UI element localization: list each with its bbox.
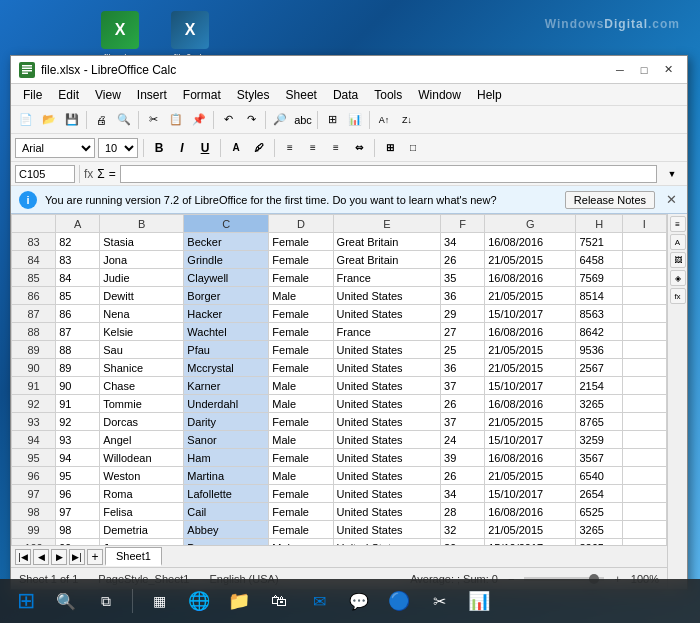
spell-btn[interactable]: abc — [292, 109, 314, 131]
col-header-a[interactable]: A — [56, 215, 100, 233]
cell-h[interactable]: 3265 — [576, 395, 622, 413]
row-header[interactable]: 90 — [12, 359, 56, 377]
taskbar-snip[interactable]: ✂ — [421, 583, 457, 619]
cell-i[interactable] — [622, 323, 666, 341]
cell-i[interactable] — [622, 521, 666, 539]
row-header[interactable]: 98 — [12, 503, 56, 521]
menu-format[interactable]: Format — [175, 86, 229, 104]
cell-i[interactable] — [622, 449, 666, 467]
cell-i[interactable] — [622, 377, 666, 395]
cell-b[interactable]: Angel — [100, 431, 184, 449]
cell-b[interactable]: Dewitt — [100, 287, 184, 305]
right-panel-functions-btn[interactable]: fx — [670, 288, 686, 304]
release-notes-button[interactable]: Release Notes — [565, 191, 655, 209]
row-header[interactable]: 93 — [12, 413, 56, 431]
save-btn[interactable]: 💾 — [61, 109, 83, 131]
cell-b[interactable]: Sau — [100, 341, 184, 359]
cell-c[interactable]: Martina — [184, 467, 269, 485]
font-color-btn[interactable]: A — [226, 138, 246, 158]
cell-e[interactable]: United States — [333, 395, 440, 413]
cell-a[interactable]: 97 — [56, 503, 100, 521]
cell-h[interactable]: 6525 — [576, 503, 622, 521]
row-header[interactable]: 83 — [12, 233, 56, 251]
cell-b[interactable]: Dorcas — [100, 413, 184, 431]
cell-f[interactable]: 27 — [441, 323, 485, 341]
cell-g[interactable]: 16/08/2016 — [485, 323, 576, 341]
cell-i[interactable] — [622, 485, 666, 503]
cell-e[interactable]: France — [333, 323, 440, 341]
cell-g[interactable]: 21/05/2015 — [485, 341, 576, 359]
cell-d[interactable]: Female — [269, 305, 333, 323]
cell-f[interactable]: 24 — [441, 431, 485, 449]
cell-a[interactable]: 94 — [56, 449, 100, 467]
font-size-select[interactable]: 10 pt — [98, 138, 138, 158]
cell-d[interactable]: Female — [269, 485, 333, 503]
tab-last-btn[interactable]: ▶| — [69, 549, 85, 565]
cell-g[interactable]: 16/08/2016 — [485, 449, 576, 467]
tab-add-btn[interactable]: + — [87, 549, 103, 565]
cell-b[interactable]: Weston — [100, 467, 184, 485]
align-right-btn[interactable]: ≡ — [326, 138, 346, 158]
cell-f[interactable]: 28 — [441, 503, 485, 521]
taskbar-teams[interactable]: 💬 — [341, 583, 377, 619]
cell-c[interactable]: Underdahl — [184, 395, 269, 413]
cell-d[interactable]: Male — [269, 467, 333, 485]
font-name-select[interactable]: Arial — [15, 138, 95, 158]
col-header-d[interactable]: D — [269, 215, 333, 233]
cell-a[interactable]: 85 — [56, 287, 100, 305]
taskbar-search[interactable]: 🔍 — [48, 583, 84, 619]
cell-h[interactable]: 7521 — [576, 233, 622, 251]
cell-f[interactable]: 35 — [441, 269, 485, 287]
cell-h[interactable]: 7569 — [576, 269, 622, 287]
cell-e[interactable]: United States — [333, 485, 440, 503]
cell-c[interactable]: Darity — [184, 413, 269, 431]
cell-i[interactable] — [622, 251, 666, 269]
cell-b[interactable]: Shanice — [100, 359, 184, 377]
cell-c[interactable]: Ham — [184, 449, 269, 467]
cell-h[interactable]: 9536 — [576, 341, 622, 359]
cell-a[interactable]: 96 — [56, 485, 100, 503]
cell-i[interactable] — [622, 269, 666, 287]
cell-h[interactable]: 8642 — [576, 323, 622, 341]
cell-e[interactable]: United States — [333, 449, 440, 467]
cell-i[interactable] — [622, 467, 666, 485]
highlight-btn[interactable]: 🖊 — [249, 138, 269, 158]
cell-d[interactable]: Female — [269, 341, 333, 359]
cell-b[interactable]: Chase — [100, 377, 184, 395]
cell-b[interactable]: Tommie — [100, 395, 184, 413]
cell-e[interactable]: United States — [333, 413, 440, 431]
cell-d[interactable]: Male — [269, 395, 333, 413]
row-header[interactable]: 89 — [12, 341, 56, 359]
sort-desc-btn[interactable]: Z↓ — [396, 109, 418, 131]
menu-insert[interactable]: Insert — [129, 86, 175, 104]
taskbar-taskview[interactable]: ⧉ — [88, 583, 124, 619]
cell-d[interactable]: Female — [269, 233, 333, 251]
menu-edit[interactable]: Edit — [50, 86, 87, 104]
bold-btn[interactable]: B — [149, 138, 169, 158]
cell-f[interactable]: 37 — [441, 413, 485, 431]
row-header[interactable]: 91 — [12, 377, 56, 395]
cell-c[interactable]: Lafollette — [184, 485, 269, 503]
cell-e[interactable]: Great Britain — [333, 233, 440, 251]
cell-h[interactable]: 6540 — [576, 467, 622, 485]
undo-btn[interactable]: ↶ — [217, 109, 239, 131]
sort-asc-btn[interactable]: A↑ — [373, 109, 395, 131]
cell-e[interactable]: United States — [333, 287, 440, 305]
cell-f[interactable]: 32 — [441, 521, 485, 539]
cell-i[interactable] — [622, 395, 666, 413]
menu-file[interactable]: File — [15, 86, 50, 104]
right-panel-sidebar-btn[interactable]: ≡ — [670, 216, 686, 232]
col-header-h[interactable]: H — [576, 215, 622, 233]
cell-reference-input[interactable] — [15, 165, 75, 183]
row-header[interactable]: 85 — [12, 269, 56, 287]
underline-btn[interactable]: U — [195, 138, 215, 158]
sheet-tab-sheet1[interactable]: Sheet1 — [105, 547, 162, 566]
cell-g[interactable]: 21/05/2015 — [485, 251, 576, 269]
align-center-btn[interactable]: ≡ — [303, 138, 323, 158]
cell-h[interactable]: 3265 — [576, 521, 622, 539]
print-btn[interactable]: 🖨 — [90, 109, 112, 131]
cell-a[interactable]: 93 — [56, 431, 100, 449]
cell-i[interactable] — [622, 233, 666, 251]
cell-a[interactable]: 90 — [56, 377, 100, 395]
col-header-e[interactable]: E — [333, 215, 440, 233]
